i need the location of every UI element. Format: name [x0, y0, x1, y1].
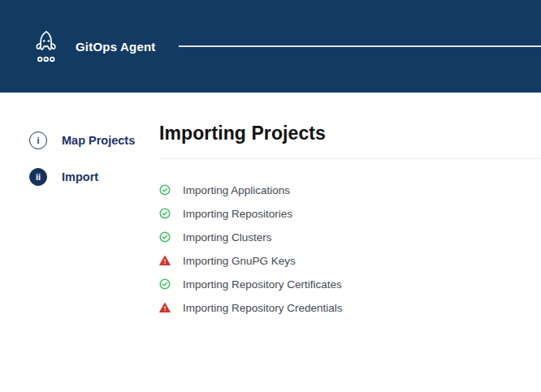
wizard-stepper: i Map Projects ii Import	[0, 93, 159, 325]
success-check-icon	[159, 231, 171, 243]
import-panel: Importing Projects Importing Application…	[159, 93, 541, 325]
step-numeral-badge: ii	[29, 168, 47, 186]
task-label: Importing Clusters	[183, 231, 272, 243]
task-row: Importing Repositories	[159, 208, 541, 219]
task-label: Importing Applications	[183, 184, 290, 196]
task-row: Importing Repository Certificates	[159, 278, 541, 290]
step-label: Import	[62, 170, 98, 183]
task-row: Importing Clusters	[159, 231, 541, 243]
success-check-icon	[159, 208, 171, 219]
task-label: Importing GnuPG Keys	[183, 255, 296, 267]
success-check-icon	[159, 278, 171, 290]
brand-title: GitOps Agent	[76, 40, 156, 54]
task-row: Importing GnuPG Keys	[159, 255, 541, 266]
task-row: Importing Repository Credentials	[159, 302, 541, 313]
squid-logo-icon	[31, 28, 62, 65]
step-map-projects[interactable]: i Map Projects	[29, 131, 159, 149]
step-numeral-badge: i	[29, 131, 47, 149]
header-divider	[179, 45, 541, 47]
title-divider	[159, 158, 541, 159]
success-check-icon	[159, 184, 171, 196]
step-label: Map Projects	[62, 134, 135, 147]
content-area: i Map Projects ii Import Importing Proje…	[0, 93, 541, 325]
page-title: Importing Projects	[159, 123, 541, 144]
app-header: GitOps Agent	[0, 0, 541, 93]
task-row: Importing Applications	[159, 184, 541, 196]
task-label: Importing Repositories	[183, 208, 292, 220]
step-import[interactable]: ii Import	[29, 168, 159, 186]
import-task-list: Importing Applications Importing Reposit…	[159, 184, 541, 313]
warning-triangle-icon	[159, 302, 171, 313]
warning-triangle-icon	[159, 255, 171, 266]
task-label: Importing Repository Credentials	[183, 302, 343, 314]
task-label: Importing Repository Certificates	[183, 278, 342, 291]
